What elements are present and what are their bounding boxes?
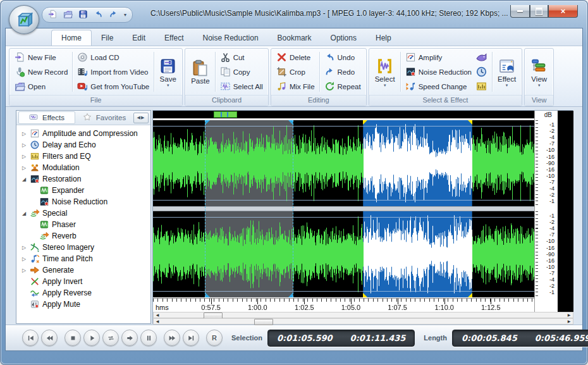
timeline-ruler[interactable]: hms 0:57.51:00.01:02.51:05.01:07.51:10.0… bbox=[153, 298, 534, 312]
app-menu-button[interactable] bbox=[9, 5, 39, 34]
scrollbar-thumb[interactable] bbox=[254, 319, 273, 325]
go-to-start-button[interactable] bbox=[22, 330, 39, 346]
tree-item-phaser[interactable]: Phaser bbox=[16, 219, 150, 230]
music-notes-icon bbox=[276, 81, 287, 92]
record-button[interactable]: R bbox=[206, 330, 223, 346]
tab-edit[interactable]: Edit bbox=[123, 30, 155, 46]
tree-item-generate[interactable]: ▷Generate bbox=[16, 264, 150, 276]
new-file-button[interactable]: New File bbox=[13, 52, 70, 63]
length-total-time: 0:05:46.959 bbox=[535, 333, 588, 343]
fast-forward-button[interactable] bbox=[164, 330, 180, 346]
paste-button[interactable]: Paste bbox=[188, 50, 212, 94]
tree-expander-icon[interactable]: ▷ bbox=[20, 268, 28, 273]
tree-item-modulation[interactable]: ▷Modulation bbox=[16, 162, 150, 173]
scroll-right-icon[interactable]: ▶ bbox=[565, 319, 573, 324]
copy-button[interactable]: Copy bbox=[218, 66, 265, 77]
view-layout-icon bbox=[530, 58, 548, 75]
play-forward-button[interactable] bbox=[121, 330, 138, 346]
scroll-right-icon[interactable]: ▶ bbox=[565, 312, 573, 318]
mix-file-button[interactable]: Mix File bbox=[274, 81, 317, 92]
tree-item-restoration[interactable]: ◢Restoration bbox=[16, 173, 150, 185]
noise-reduction-button[interactable]: Noise Reduction bbox=[403, 66, 474, 77]
overview-bar[interactable] bbox=[153, 111, 534, 120]
undo-button[interactable]: Undo bbox=[322, 52, 363, 63]
speed-change-button[interactable]: Speed Change bbox=[403, 81, 474, 92]
import-from-video-button[interactable]: Import from Video bbox=[75, 66, 151, 77]
tab-bookmark[interactable]: Bookmark bbox=[268, 30, 321, 46]
select-button[interactable]: Select▾ bbox=[372, 50, 398, 94]
effect-button[interactable]: Effect▾ bbox=[495, 50, 518, 94]
redo-icon[interactable] bbox=[109, 9, 119, 20]
minimize-button[interactable] bbox=[510, 5, 530, 18]
effects-tab-icon bbox=[29, 113, 40, 123]
tab-file[interactable]: File bbox=[92, 30, 123, 46]
youtube-icon bbox=[77, 81, 88, 92]
new-file-icon[interactable] bbox=[48, 9, 59, 20]
amplify-button[interactable]: Amplify bbox=[403, 52, 474, 63]
tree-item-noise-reduction[interactable]: Noise Reduction bbox=[16, 196, 150, 207]
qat-customize-caret-icon[interactable]: ▾ bbox=[124, 12, 126, 18]
tree-expander-icon[interactable]: ▷ bbox=[20, 165, 28, 171]
db-tick-label: -16 bbox=[546, 167, 554, 173]
repeat-arrows-icon bbox=[324, 81, 335, 92]
tree-item-apply-reverse[interactable]: Apply Reverse bbox=[16, 287, 150, 299]
tree-expander-icon[interactable]: ◢ bbox=[20, 211, 28, 216]
tree-item-filters-and-eq[interactable]: ▷Filters and EQ bbox=[16, 151, 150, 162]
tab-favorites[interactable]: Favorites bbox=[77, 112, 132, 123]
filter-effect-button[interactable] bbox=[474, 80, 489, 92]
tree-expander-icon[interactable]: ▷ bbox=[20, 131, 28, 137]
undo-icon[interactable] bbox=[94, 9, 104, 20]
open-icon[interactable] bbox=[63, 9, 74, 20]
delete-button[interactable]: Delete bbox=[274, 52, 317, 63]
redo-button[interactable]: Redo bbox=[322, 66, 363, 77]
tab-scroll-arrows[interactable]: ◀▶ bbox=[133, 113, 149, 123]
tree-item-delay-and-echo[interactable]: ▷Delay and Echo bbox=[16, 139, 150, 151]
tree-item-reverb[interactable]: Reverb bbox=[16, 230, 150, 242]
load-cd-button[interactable]: Load CD bbox=[75, 52, 151, 63]
tree-item-special[interactable]: ◢Special bbox=[16, 207, 150, 219]
view-button[interactable]: View▾ bbox=[528, 50, 550, 94]
repeat-button[interactable]: Repeat bbox=[322, 81, 363, 92]
wahwah-effect-button[interactable] bbox=[474, 51, 489, 63]
close-button[interactable]: × bbox=[548, 5, 578, 18]
tree-expander-icon[interactable]: ▷ bbox=[20, 245, 28, 251]
tree-expander-icon[interactable]: ▷ bbox=[20, 142, 28, 148]
tree-expander-icon[interactable]: ◢ bbox=[20, 176, 28, 182]
scroll-left-icon[interactable]: ◀ bbox=[154, 312, 161, 318]
new-record-button[interactable]: New Record bbox=[13, 66, 70, 77]
maximize-button[interactable] bbox=[530, 5, 548, 18]
tree-item-apply-invert[interactable]: Apply Invert bbox=[16, 276, 150, 287]
tree-expander-icon[interactable]: ▷ bbox=[20, 256, 28, 262]
tab-noise-reduction[interactable]: Noise Reduction bbox=[193, 30, 268, 46]
play-button[interactable] bbox=[83, 330, 100, 346]
save-button[interactable]: Save▾ bbox=[157, 50, 179, 94]
overview-visible-window[interactable] bbox=[214, 111, 237, 118]
tree-item-expander[interactable]: Expander bbox=[16, 185, 150, 196]
tree-item-amplitude-and-compression[interactable]: ▷Amplitude and Compression bbox=[16, 128, 150, 139]
tree-item-stereo-imagery[interactable]: ▷Stereo Imagery bbox=[16, 242, 150, 253]
cut-button[interactable]: Cut bbox=[218, 52, 265, 63]
horizontal-scrollbar-2[interactable]: ◀ ▶ bbox=[153, 318, 573, 325]
go-to-end-button[interactable] bbox=[183, 330, 199, 346]
tab-help[interactable]: Help bbox=[366, 30, 401, 46]
waveform-canvas[interactable] bbox=[153, 120, 534, 297]
delay-effect-button[interactable] bbox=[474, 66, 489, 78]
tab-effect[interactable]: Effect bbox=[155, 30, 193, 46]
tab-options[interactable]: Options bbox=[321, 30, 366, 46]
tree-expander-icon[interactable]: ▷ bbox=[20, 154, 28, 159]
horizontal-scrollbar[interactable]: ◀ ▶ bbox=[153, 312, 573, 318]
pause-button[interactable] bbox=[140, 330, 157, 346]
get-from-youtube-button[interactable]: Get from YouTube bbox=[75, 81, 151, 92]
loop-button[interactable] bbox=[102, 330, 119, 346]
crop-button[interactable]: Crop bbox=[274, 66, 317, 77]
tab-effects[interactable]: Effects bbox=[18, 111, 75, 124]
tab-home[interactable]: Home bbox=[51, 30, 92, 46]
select-all-button[interactable]: Select All bbox=[218, 81, 265, 92]
tree-item-apply-mute[interactable]: Apply Mute bbox=[16, 299, 150, 310]
tree-item-time-and-pitch[interactable]: ▷Time and Pitch bbox=[16, 253, 150, 264]
scroll-left-icon[interactable]: ◀ bbox=[154, 319, 161, 324]
open-button[interactable]: Open bbox=[13, 81, 70, 92]
stop-button[interactable] bbox=[64, 330, 81, 346]
rewind-button[interactable] bbox=[41, 330, 58, 346]
save-icon[interactable] bbox=[78, 9, 89, 20]
